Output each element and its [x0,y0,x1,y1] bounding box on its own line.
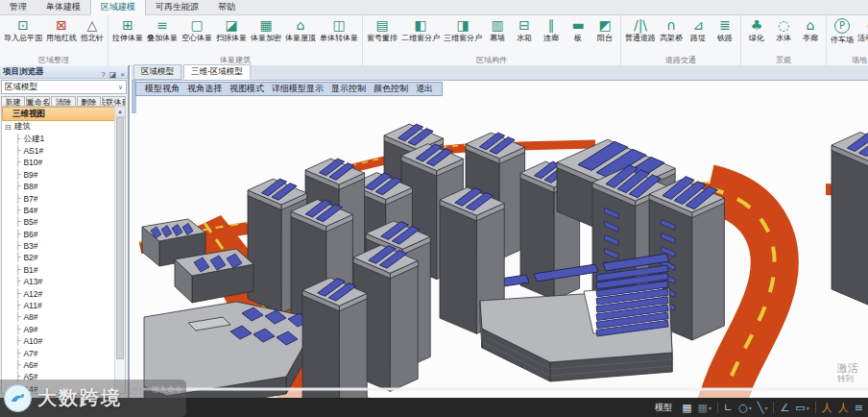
view-tab-区域模型[interactable]: 区域模型 [133,64,181,80]
ribbon-button-window-2d-split[interactable]: ◧二维窗分户 [399,16,442,43]
renumber-windows-icon: ▤ [375,17,388,34]
tree-item[interactable]: ├B4# [2,205,125,216]
tree-item[interactable]: ├A10# [2,335,125,347]
ribbon-button-mass-roof[interactable]: ⌂体量屋顶 [283,16,318,43]
ribbon-button-renumber-windows[interactable]: ▤窗号重排 [365,16,399,43]
dyn-ucs-icon[interactable]: ▭▾ [795,402,808,414]
view-tool-button[interactable]: 模型视角 [145,83,180,95]
more-icon[interactable]: ≡ [855,402,863,414]
model-type-select[interactable]: 区域模型 ∨ [1,80,127,94]
ribbon-button-label: 单体转体量 [320,34,358,42]
tree-item[interactable]: ├A11# [2,300,125,311]
tree-item-3d-view[interactable]: 三维视图 [2,107,125,121]
brand-watermark: 大数跨境 输入命令 [0,380,186,417]
menu-tab-管理[interactable]: 管理 [0,0,36,14]
ribbon-button-north-arrow[interactable]: △指北针 [79,16,106,43]
ribbon-button-land-redline[interactable]: ⊠用地红线 [44,16,79,43]
tree-item[interactable]: ├B10# [2,157,125,168]
view-tab-strip: 区域模型三维-区域模型 [132,65,868,81]
grid-icon[interactable]: ▦ [682,402,691,414]
tree-item[interactable]: ├A8# [2,311,125,323]
collapse-icon[interactable]: ⊟ [5,123,12,132]
ribbon-button-import-siteplan[interactable]: ⊡导入总平面 [2,16,44,43]
view-tool-button[interactable]: 详细模型显示 [272,83,324,95]
ribbon-button-parking-lot[interactable]: P停车场 [829,16,856,45]
menu-tab-可再生能源[interactable]: 可再生能源 [146,0,208,14]
ribbon-button-curtain-wall[interactable]: ▥幕墙 [484,16,511,43]
tree-item[interactable]: ├A7# [2,347,125,358]
tree-item[interactable]: ├B2# [2,252,125,263]
scrollbar-thumb[interactable] [116,117,124,359]
tree-item[interactable]: ├B3# [2,240,125,252]
tree-item[interactable]: ├B8# [2,181,125,192]
ribbon-group: ⊞拉伸体量≡叠加体量▢空心体量◪扫掠体量▦体量加密⌂体量屋顶◫单体转体量体量建筑 [108,15,363,65]
ribbon-button-stack-mass[interactable]: ≡叠加体量 [145,16,180,43]
tree-item[interactable]: ├A12# [2,287,125,299]
pin-icon[interactable]: ◪ [109,70,117,79]
railway-icon: ≣ [719,17,731,34]
import-siteplan-icon: ⊡ [17,17,29,34]
ribbon-button-label: 空心体量 [181,34,212,42]
ribbon-button-activity-ground[interactable]: ◎活动场地 [856,16,868,43]
ribbon-button-label: 绿化 [749,34,764,42]
3d-scene-canvas [132,81,868,398]
ribbon-button-railway[interactable]: ≣铁路 [711,16,738,43]
tree-branch-line: ├ [15,135,20,144]
ribbon-button-greening[interactable]: ♣绿化 [743,16,770,43]
ribbon-button-balcony[interactable]: ◩阳台 [591,16,618,43]
grid-display-icon[interactable]: ▦▾ [698,402,711,414]
ribbon-button-viaduct[interactable]: ∩高架桥 [658,16,685,43]
tree-branch-line: ├ [15,253,20,262]
north-arrow-icon: △ [87,17,98,34]
tree-scrollbar[interactable]: ▲ [114,107,125,393]
ribbon-button-normal-road[interactable]: /|\普通道路 [623,16,658,43]
ribbon-button-water-tank[interactable]: ⊟水箱 [511,16,538,43]
osnap-icon[interactable]: ○▾ [738,402,752,414]
user-icon[interactable]: 人 [838,401,849,415]
tree-branch-line: ├ [15,312,20,322]
tree-item[interactable]: ├B7# [2,192,125,204]
ribbon-button-embankment[interactable]: ⊿路堤 [685,16,711,43]
tree-item[interactable]: ├B1# [2,264,125,276]
ribbon-button-hollow-mass[interactable]: ▢空心体量 [180,16,214,43]
ribbon-button-label: 连廊 [543,34,559,42]
tree-item[interactable]: ├公建1 [2,133,125,144]
view-tool-button[interactable]: 视角选择 [187,83,222,95]
tree-item[interactable]: ├A9# [2,324,125,335]
tree-item[interactable]: ├B6# [2,229,125,240]
view-tool-button[interactable]: 显示控制 [331,83,366,95]
ribbon-button-window-3d-split[interactable]: ◨三维窗分户 [442,16,484,43]
tree-item[interactable]: ├A6# [2,359,125,371]
tree-item[interactable]: ├AS1# [2,145,125,157]
view-tool-button[interactable]: 颜色控制 [374,83,408,95]
view-tool-button[interactable]: 退出 [416,83,433,95]
ribbon-button-building-to-mass[interactable]: ◫单体转体量 [318,16,360,43]
ribbon-button-corridor[interactable]: ∥连廊 [538,16,565,43]
windows-activation-watermark: 激活 转到 [837,362,868,383]
ribbon-button-pavilion[interactable]: ⌂亭廊 [797,16,824,43]
menu-tab-区域建模[interactable]: 区域建模 [90,0,146,15]
ribbon-button-densify-mass[interactable]: ▦体量加密 [249,16,283,43]
scroll-up-icon[interactable]: ▲ [115,107,125,117]
menu-tab-单体建模[interactable]: 单体建模 [36,0,90,14]
workspace-icon[interactable]: 人 [822,401,832,415]
ribbon-button-water-body[interactable]: ◌水体 [770,16,797,43]
embankment-icon: ⊿ [692,17,704,34]
close-icon[interactable]: × [120,70,125,79]
ribbon-button-extrude-mass[interactable]: ⊞拉伸体量 [110,16,145,43]
building-to-mass-icon: ◫ [332,17,345,34]
ribbon-button-sweep-mass[interactable]: ◪扫掠体量 [214,16,249,43]
tree-item[interactable]: ├B5# [2,216,125,228]
angle-icon[interactable]: ∠ [780,402,789,414]
help-icon[interactable]: ? [101,70,105,79]
view-tab-三维-区域模型[interactable]: 三维-区域模型 [183,64,251,80]
polar-track-icon[interactable]: ╲▾ [758,402,768,414]
tree-node-building[interactable]: ⊟ 建筑 [2,121,125,133]
ortho-icon[interactable]: ∟ [724,402,733,414]
view-tool-button[interactable]: 视图模式 [229,83,264,95]
menu-tab-帮助[interactable]: 帮助 [208,0,245,14]
ribbon-button-slab[interactable]: ▬板 [565,16,591,43]
3d-viewport[interactable] [132,81,868,398]
tree-item[interactable]: ├A13# [2,276,125,287]
tree-item[interactable]: ├B9# [2,169,125,181]
